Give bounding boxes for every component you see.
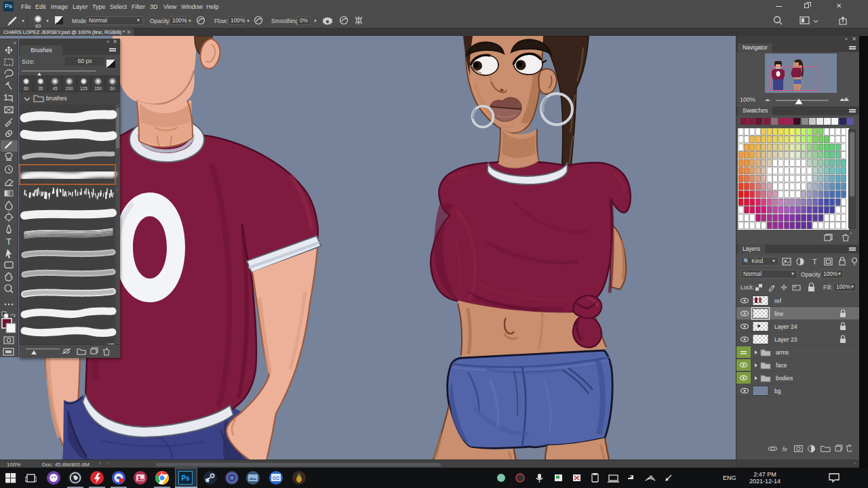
svg-text:⌄: ⌄ [115,187,119,191]
svg-text:ref: ref [774,298,782,304]
svg-text:T: T [812,258,817,266]
svg-text:T: T [6,237,12,247]
svg-text:150: 150 [94,86,102,91]
svg-text:face: face [776,362,787,369]
svg-text:arms: arms [776,349,789,356]
svg-text:125: 125 [80,86,87,91]
svg-text:Layer 23: Layer 23 [774,336,797,343]
svg-text:»: » [14,41,16,45]
svg-text:60: 60 [24,86,29,91]
svg-text:line: line [774,310,784,317]
svg-text:brushes: brushes [46,95,67,102]
svg-text:bodies: bodies [776,375,793,382]
svg-text:fx: fx [783,446,787,453]
svg-text:200: 200 [66,86,73,91]
svg-text:60: 60 [110,86,115,91]
svg-text:45: 45 [52,86,58,91]
svg-text:bg: bg [774,388,781,394]
svg-text:35: 35 [38,86,43,91]
svg-text:CC: CC [273,476,279,481]
svg-text:Layer 24: Layer 24 [774,323,797,330]
